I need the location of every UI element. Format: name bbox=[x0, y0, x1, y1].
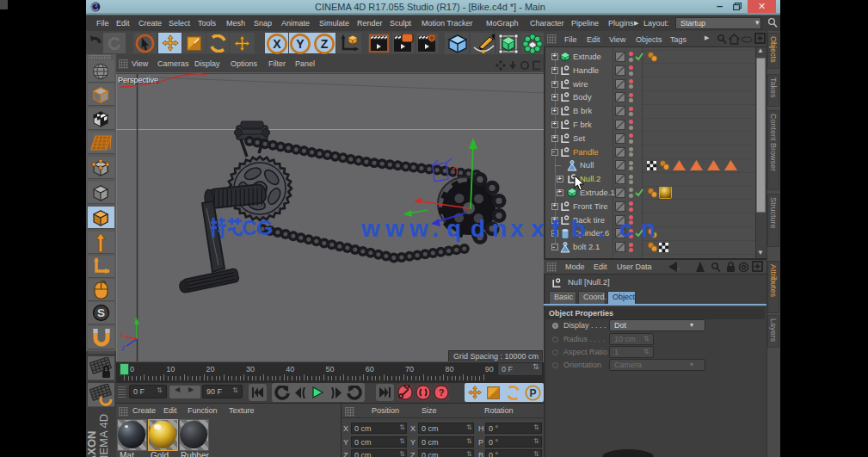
svg-text:Z: Z bbox=[320, 36, 328, 50]
svg-text:X: X bbox=[273, 36, 281, 50]
svg-text:X: X bbox=[120, 332, 125, 338]
svg-text:S: S bbox=[97, 306, 105, 319]
svg-text:Y: Y bbox=[296, 36, 305, 50]
svg-text:?: ? bbox=[439, 387, 445, 398]
svg-text:Z: Z bbox=[121, 345, 126, 351]
svg-text:Y: Y bbox=[133, 317, 138, 323]
svg-text:P: P bbox=[529, 387, 536, 399]
